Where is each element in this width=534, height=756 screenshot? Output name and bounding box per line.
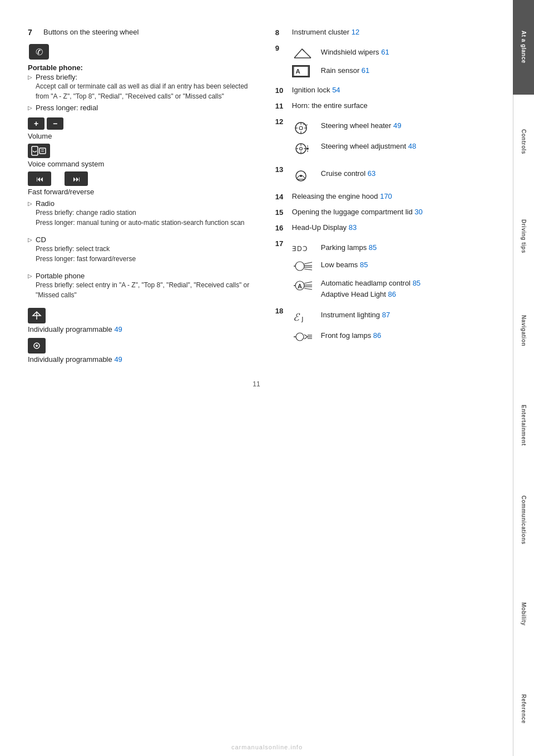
steering-heater-ref: 49 — [393, 121, 401, 130]
steering-heater-row: Steering wheel heater 49 — [292, 120, 485, 138]
vol-minus-button[interactable]: − — [47, 117, 63, 130]
prog-btn-2[interactable] — [28, 338, 46, 354]
right-column: 8 Instrument cluster 12 9 — [275, 28, 485, 364]
item-17-content: ƎDƆ Parking lamps 85 — [292, 239, 485, 300]
item-9-content: Windshield wipers 61 A — [292, 43, 485, 79]
sidebar-tab-driving-tips[interactable]: Driving tips — [513, 189, 534, 284]
svg-line-35 — [304, 269, 312, 270]
svg-text:A: A — [295, 68, 300, 75]
svg-line-39 — [304, 282, 312, 283]
item-12: 12 — [275, 117, 485, 158]
item-10-content: Ignition lock 54 — [292, 86, 485, 94]
watermark: carmanualsonline.info — [231, 744, 303, 750]
fast-fwd-buttons: ⏮ ⏭ — [28, 171, 259, 186]
svg-text:ℰ: ℰ — [293, 312, 300, 323]
svg-point-8 — [36, 345, 38, 347]
sidebar-tab-controls[interactable]: Controls — [513, 95, 534, 189]
auto-headlamp-text: Automatic headlamp control 85 Adaptive H… — [321, 278, 485, 300]
voice-command-label: Voice command system — [28, 160, 259, 168]
press-briefly-content: Press briefly: Accept call or terminate … — [36, 73, 259, 101]
sidebar-tab-at-a-glance[interactable]: At a glance — [513, 0, 534, 95]
sidebar-tab-entertainment[interactable]: Entertainment — [513, 378, 534, 473]
item-12-num: 12 — [275, 117, 288, 126]
svg-rect-2 — [39, 148, 46, 154]
item-18-num: 18 — [275, 306, 288, 315]
fog-lamps-ref: 86 — [373, 331, 381, 340]
svg-rect-0 — [32, 146, 38, 155]
press-briefly-item: ▷ Press briefly: Accept call or terminat… — [28, 73, 259, 101]
left-column: 7 Buttons on the steering wheel ✆ Portab… — [28, 28, 259, 364]
item-9: 9 Windshiel — [275, 43, 485, 79]
fog-lamps-text: Front fog lamps 86 — [321, 330, 485, 341]
radio-item: ▷ Radio Press briefly: change radio stat… — [28, 199, 259, 228]
cruise-icon — [292, 168, 317, 185]
item-15-num: 15 — [275, 208, 288, 217]
steering-heater-text: Steering wheel heater 49 — [321, 120, 485, 131]
sidebar-tab-navigation[interactable]: Navigation — [513, 283, 534, 378]
fastfwd-button[interactable]: ⏭ — [65, 171, 88, 186]
cruise-row: Cruise control 63 — [292, 168, 485, 185]
cd-content: CD Press briefly: select track Press lon… — [36, 235, 136, 264]
steering-adjust-ref: 48 — [408, 142, 416, 150]
item-8: 8 Instrument cluster 12 — [275, 28, 485, 37]
instrument-lighting-row: ℰ ȷ Instrument lighting 87 — [292, 310, 485, 327]
item-9-num: 9 — [275, 43, 288, 52]
press-longer-item: ▷ Press longer: redial — [28, 104, 259, 112]
item-16-ref: 83 — [349, 223, 357, 232]
bullet-arrow-1: ▷ — [28, 74, 32, 80]
svg-text:A: A — [298, 283, 302, 289]
item-14-content: Releasing the engine hood 170 — [292, 192, 485, 200]
radio-arrow: ▷ — [28, 200, 32, 207]
cd-item: ▷ CD Press briefly: select track Press l… — [28, 235, 259, 264]
low-beams-icon — [292, 259, 317, 274]
item-18-content: ℰ ȷ Instrument lighting 87 — [292, 306, 485, 345]
instrument-lighting-ref: 87 — [382, 311, 390, 319]
phone2-brief: Press briefly: select entry in "A - Z", … — [36, 281, 249, 299]
windshield-row: Windshield wipers 61 — [292, 47, 485, 62]
press-longer-content: Press longer: redial — [36, 104, 98, 112]
sidebar-tab-mobility[interactable]: Mobility — [513, 567, 534, 662]
section-7-heading: 7 Buttons on the steering wheel — [28, 28, 259, 37]
low-beams-text: Low beams 85 — [321, 259, 485, 271]
vol-plus-button[interactable]: + — [28, 117, 44, 130]
item-16: 16 Head-Up Display 83 — [275, 223, 485, 232]
item-8-content: Instrument cluster 12 — [292, 28, 485, 36]
section-7-num: 7 — [28, 28, 38, 37]
windshield-text: Windshield wipers 61 — [321, 47, 485, 58]
parking-row: ƎDƆ Parking lamps 85 — [292, 242, 485, 256]
windshield-ref: 61 — [381, 48, 389, 56]
item-15: 15 Opening the luggage compartment lid 3… — [275, 208, 485, 217]
instrument-lighting-text: Instrument lighting 87 — [321, 310, 485, 321]
parking-text: Parking lamps 85 — [321, 242, 485, 253]
phone-icon: ✆ — [29, 44, 49, 60]
radio-content: Radio Press briefly: change radio statio… — [36, 199, 245, 228]
cruise-ref: 63 — [368, 169, 375, 178]
auto-headlamp-ref1: 85 — [413, 279, 421, 287]
rain-sensor-icon: A — [292, 65, 310, 77]
phone2-label: Portable phone — [36, 272, 85, 280]
item-16-content: Head-Up Display 83 — [292, 223, 485, 232]
item-10-ref: 54 — [332, 86, 340, 94]
cd-label: CD — [36, 235, 46, 244]
wiper-icon — [292, 47, 317, 62]
rain-icon: A — [292, 65, 317, 79]
volume-buttons: + − — [28, 117, 259, 130]
item-14-num: 14 — [275, 192, 288, 201]
svg-point-19 — [299, 148, 302, 150]
phone-icon-box: ✆ — [28, 42, 50, 61]
fog-lamps-icon — [292, 330, 317, 345]
cd-longer: Press longer: fast forward/reverse — [36, 255, 136, 263]
sidebar-tab-communications[interactable]: Communications — [513, 473, 534, 567]
svg-line-42 — [304, 288, 312, 289]
rewind-button[interactable]: ⏮ — [28, 171, 51, 186]
phone2-arrow: ▷ — [28, 273, 32, 279]
svg-point-31 — [295, 262, 304, 271]
sidebar-tab-reference[interactable]: Reference — [513, 661, 534, 756]
press-longer-text: redial — [80, 104, 98, 112]
fog-lamps-row: Front fog lamps 86 — [292, 330, 485, 345]
voice-command-icon[interactable] — [28, 144, 50, 158]
auto-headlamp-icon: A — [292, 278, 317, 295]
radio-longer: Press longer: manual tuning or auto-mati… — [36, 219, 245, 227]
item-11-num: 11 — [275, 101, 288, 110]
prog-btn-1[interactable] — [28, 308, 46, 323]
